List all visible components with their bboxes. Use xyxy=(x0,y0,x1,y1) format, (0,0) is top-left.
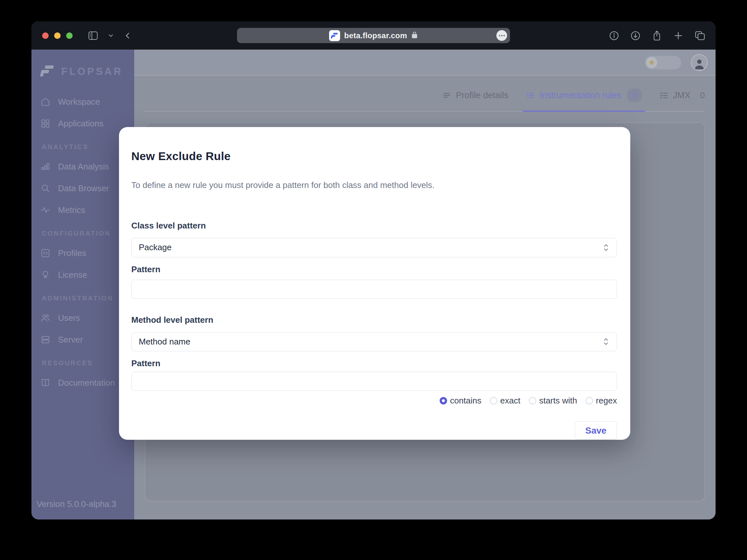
radio-contains[interactable]: contains xyxy=(440,396,482,406)
app-logo: FLOPSAR xyxy=(31,50,134,80)
radio-label: starts with xyxy=(539,396,577,406)
sidebar-item-label: Workspace xyxy=(58,97,100,107)
tab-overview-icon[interactable] xyxy=(695,31,705,41)
tab-badge: 0 xyxy=(627,88,642,102)
sidebar-item-workspace[interactable]: Workspace xyxy=(41,95,134,109)
home-icon xyxy=(41,97,50,107)
share-icon[interactable] xyxy=(652,30,662,41)
zoom-window-button[interactable] xyxy=(66,32,73,39)
list-icon xyxy=(526,91,535,100)
select-chevrons-icon xyxy=(602,243,610,252)
select-value: Package xyxy=(139,242,172,252)
sun-icon xyxy=(646,57,657,68)
class-pattern-label: Pattern xyxy=(131,264,617,274)
code-icon xyxy=(41,248,50,258)
topbar xyxy=(134,50,716,76)
server-icon xyxy=(41,335,50,345)
traffic-lights xyxy=(42,32,73,39)
sidebar-item-label: Server xyxy=(58,335,83,345)
app-logo-text: FLOPSAR xyxy=(61,66,123,77)
tab-profile-details[interactable]: Profile details xyxy=(442,79,508,111)
radio-label: regex xyxy=(596,396,617,406)
radio-button-icon xyxy=(440,397,447,404)
info-icon[interactable] xyxy=(609,31,619,41)
new-tab-icon[interactable] xyxy=(673,31,683,41)
select-chevrons-icon xyxy=(602,337,610,346)
checklist-icon xyxy=(660,91,669,100)
tab-count: 0 xyxy=(700,90,705,101)
modal-title: New Exclude Rule xyxy=(131,150,617,163)
sidebar-item-label: Profiles xyxy=(58,248,86,258)
tab-jmx[interactable]: JMX 0 xyxy=(660,79,705,111)
radio-button-icon xyxy=(529,397,536,404)
tab-label: JMX xyxy=(673,90,691,101)
close-window-button[interactable] xyxy=(42,32,49,39)
select-value: Method name xyxy=(139,337,190,347)
tab-label: Profile details xyxy=(456,90,508,101)
sidebar-item-label: Data Browser xyxy=(58,183,109,193)
sidebar-item-applications[interactable]: Applications xyxy=(41,117,134,130)
search-icon xyxy=(41,183,50,193)
sidebar-item-label: Metrics xyxy=(58,205,85,215)
lock-icon xyxy=(411,31,418,40)
app-version: Version 5.0.0-alpha.3 xyxy=(31,499,134,519)
page-settings-icon[interactable] xyxy=(496,30,507,41)
sidebar-toggle-icon[interactable] xyxy=(88,31,98,40)
chevron-down-icon[interactable] xyxy=(108,32,114,39)
lines-icon xyxy=(442,91,451,100)
tab-bar: Profile details Instrumentation rules 0 xyxy=(145,76,705,111)
book-icon xyxy=(41,378,50,388)
medal-icon xyxy=(41,270,50,280)
radio-label: exact xyxy=(500,396,520,406)
save-button[interactable]: Save xyxy=(575,421,617,440)
theme-toggle[interactable] xyxy=(645,56,681,69)
pulse-icon xyxy=(41,205,50,215)
radio-label: contains xyxy=(450,396,482,406)
address-bar[interactable]: beta.flopsar.com xyxy=(237,28,510,43)
class-level-pattern-label: Class level pattern xyxy=(131,221,617,231)
tab-instrumentation-rules[interactable]: Instrumentation rules 0 xyxy=(526,79,642,111)
sidebar-item-label: Applications xyxy=(58,118,103,129)
sidebar-item-label: Data Analysis xyxy=(58,162,109,172)
sidebar-item-label: Documentation xyxy=(58,378,115,388)
new-exclude-rule-modal: New Exclude Rule To define a new rule yo… xyxy=(119,127,630,440)
sidebar-item-label: Users xyxy=(58,313,80,323)
tab-label: Instrumentation rules xyxy=(540,90,621,101)
radio-exact[interactable]: exact xyxy=(490,396,520,406)
method-level-pattern-label: Method level pattern xyxy=(131,315,617,325)
method-pattern-input[interactable] xyxy=(131,372,617,391)
modal-description: To define a new rule you must provide a … xyxy=(131,180,617,190)
grid-icon xyxy=(41,118,50,128)
radio-regex[interactable]: regex xyxy=(586,396,617,406)
flopsar-logo-icon xyxy=(40,63,55,80)
radio-button-icon xyxy=(586,397,593,404)
flopsar-favicon xyxy=(329,30,340,41)
browser-chrome: beta.flopsar.com xyxy=(31,21,716,50)
match-mode-group: contains exact starts with regex xyxy=(131,396,617,406)
url-text: beta.flopsar.com xyxy=(344,31,407,40)
radio-button-icon xyxy=(490,397,497,404)
downloads-icon[interactable] xyxy=(630,31,640,41)
class-pattern-input[interactable] xyxy=(131,280,617,299)
back-icon[interactable] xyxy=(124,31,132,41)
minimize-window-button[interactable] xyxy=(54,32,61,39)
account-avatar[interactable] xyxy=(691,54,708,71)
class-pattern-type-select[interactable]: Package xyxy=(131,238,617,257)
radio-starts-with[interactable]: starts with xyxy=(529,396,577,406)
users-icon xyxy=(41,313,50,323)
sidebar-item-label: License xyxy=(58,270,87,280)
method-pattern-label: Pattern xyxy=(131,358,617,369)
method-pattern-type-select[interactable]: Method name xyxy=(131,332,617,352)
bar-chart-icon xyxy=(41,162,50,171)
